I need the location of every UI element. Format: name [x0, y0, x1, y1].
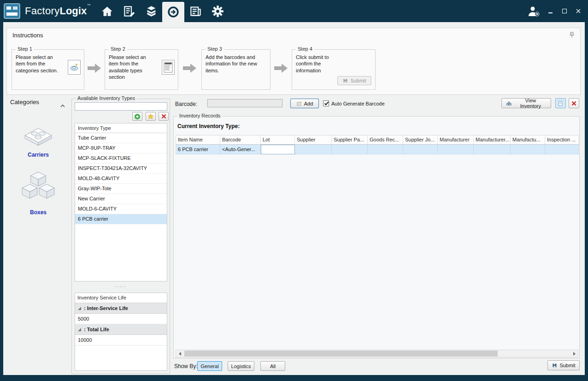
step-4-text: Click submit to confirm the information	[292, 50, 341, 74]
inventory-type-row[interactable]: MCP-9UP-TRAY	[75, 143, 167, 153]
binoculars-icon	[506, 100, 512, 106]
app-logo-icon	[4, 3, 20, 19]
service-life-header[interactable]: Inventory Service Life	[75, 293, 167, 303]
brand-factory: Factory	[25, 5, 59, 17]
service-life-group-total[interactable]: : Total Life	[75, 324, 167, 335]
current-inventory-type-label: Current Inventory Type:	[177, 123, 240, 129]
category-label-carriers: Carriers	[6, 152, 70, 158]
type-filter-input[interactable]	[75, 102, 167, 111]
submit-button[interactable]: Submit	[547, 360, 580, 370]
categories-panel: Categories Carriers	[6, 97, 70, 374]
carrier-thumbnail-icon	[68, 60, 81, 75]
inventory-target-icon	[167, 6, 180, 18]
step-2-box: Step 2 Please select an item from the av…	[105, 49, 178, 90]
records-column-header[interactable]: Barcode	[220, 135, 261, 144]
step-4-label: Step 4	[296, 46, 314, 52]
add-record-button[interactable]: Add	[290, 99, 319, 108]
service-life-value-inter[interactable]: 5000	[75, 314, 167, 324]
step-1-label: Step 1	[16, 46, 34, 52]
records-column-header[interactable]: Manufacturer...	[474, 135, 511, 144]
submit-label: Submit	[559, 363, 575, 368]
service-life-grid: Inventory Service Life : Inter-Service L…	[75, 293, 167, 371]
service-life-value-total[interactable]: 10000	[75, 335, 167, 346]
records-cell	[332, 145, 368, 154]
panel-splitter[interactable]: .....	[75, 283, 167, 289]
arrow-icon	[183, 63, 197, 75]
step-2-label: Step 2	[109, 46, 127, 52]
records-cell	[545, 145, 579, 154]
records-cell	[511, 145, 545, 154]
category-item-carriers[interactable]: Carriers	[6, 122, 70, 158]
scroll-right-icon[interactable]	[570, 350, 578, 357]
records-column-header[interactable]: Goods Rec...	[368, 135, 403, 144]
inventory-type-list-body: Tube CarrierMCP-9UP-TRAYMCP-SLACK-FIXTUR…	[75, 133, 167, 224]
step-1-box: Step 1 Please select an item from the ca…	[12, 49, 84, 90]
records-column-header[interactable]: Lot	[261, 135, 295, 144]
inventory-type-row[interactable]: Tube Carrier	[75, 133, 167, 143]
instructions-title: Instructions	[12, 32, 43, 39]
auto-generate-checkbox[interactable]	[323, 100, 329, 106]
horizontal-scrollbar[interactable]	[176, 350, 578, 358]
app-title: FactoryLogix™	[25, 5, 90, 17]
reports-icon[interactable]	[184, 0, 206, 22]
records-column-header[interactable]: Inspection ...	[545, 135, 579, 144]
page-icon	[558, 100, 564, 107]
scroll-left-icon[interactable]	[176, 350, 183, 357]
inventory-type-row[interactable]: MCP-SLACK-FIXTURE	[75, 153, 167, 164]
user-account-icon[interactable]	[527, 5, 540, 17]
close-icon[interactable]	[575, 8, 582, 14]
records-column-header[interactable]: Supplier Jo...	[403, 135, 438, 144]
service-life-group-inter[interactable]: : Inter-Service Life	[75, 303, 167, 314]
delete-type-button[interactable]	[159, 112, 169, 121]
records-cell	[403, 145, 438, 154]
records-cell	[295, 145, 332, 154]
add-type-button[interactable]	[132, 112, 142, 121]
copy-page-button[interactable]	[555, 98, 566, 108]
show-by-general-button[interactable]: General	[197, 361, 222, 371]
records-column-header[interactable]: Manufacturer	[438, 135, 474, 144]
inventory-type-row[interactable]: MOLD-48-CAVITY	[75, 174, 167, 184]
inventory-type-row[interactable]: New Carrier	[75, 194, 167, 204]
pin-icon[interactable]	[569, 32, 575, 40]
step-3-label: Step 3	[206, 46, 224, 52]
favorite-star-icon	[147, 113, 154, 120]
save-disk-icon	[552, 363, 558, 368]
worksheet-icon[interactable]	[118, 0, 140, 22]
show-by-logistics-button[interactable]: Logistics	[228, 361, 254, 371]
minimize-icon[interactable]	[547, 8, 554, 14]
show-by-label: Show By:	[174, 363, 198, 369]
barcode-input[interactable]	[207, 99, 282, 107]
inventory-type-row[interactable]: MOLD-6-CAVITY	[75, 204, 167, 214]
add-record-icon	[296, 101, 302, 106]
content-area: Instructions Step 1 Please select an ite…	[3, 22, 585, 375]
inventory-type-row[interactable]: 6 PCB carrier	[75, 214, 167, 224]
inventory-type-row[interactable]: INSPECT-T30421A-32CAVITY	[75, 164, 167, 174]
settings-gear-icon[interactable]	[206, 0, 229, 22]
records-cell	[261, 145, 295, 154]
view-inventory-label: View Inventory	[514, 98, 547, 109]
home-icon[interactable]	[96, 0, 118, 22]
submit-stamp-icon	[342, 78, 348, 83]
materials-icon[interactable]	[140, 0, 162, 22]
records-data-row[interactable]: 6 PCB carrier<Auto-Gener...	[176, 145, 579, 154]
inventory-records-legend: Inventory Records	[177, 113, 222, 118]
records-column-header[interactable]: Supplier	[295, 135, 332, 144]
view-inventory-button[interactable]: View Inventory	[501, 98, 551, 108]
records-column-header[interactable]: Manufactu...	[511, 135, 545, 144]
show-by-all-button[interactable]: All	[260, 361, 285, 371]
records-column-header[interactable]: Supplier Pa...	[332, 135, 368, 144]
clear-records-button[interactable]	[569, 98, 579, 108]
favorite-type-button[interactable]	[146, 112, 156, 121]
records-cell: <Auto-Gener...	[220, 145, 261, 154]
available-types-panel: Available Inventory Types Inventory Type…	[71, 99, 170, 374]
maximize-icon[interactable]	[561, 8, 568, 14]
tab-inventory-active[interactable]	[162, 2, 184, 22]
titlebar: FactoryLogix™	[0, 0, 588, 22]
inventory-type-column-header[interactable]: Inventory Type	[75, 123, 167, 133]
records-column-header[interactable]: Item Name	[176, 135, 220, 144]
category-item-boxes[interactable]: Boxes	[6, 170, 70, 216]
scrollbar-thumb[interactable]	[184, 351, 498, 357]
expand-triangle-icon	[77, 328, 82, 332]
collapse-chevron-icon[interactable]	[60, 101, 65, 110]
inventory-type-row[interactable]: Gray-WIP-Tote	[75, 184, 167, 194]
